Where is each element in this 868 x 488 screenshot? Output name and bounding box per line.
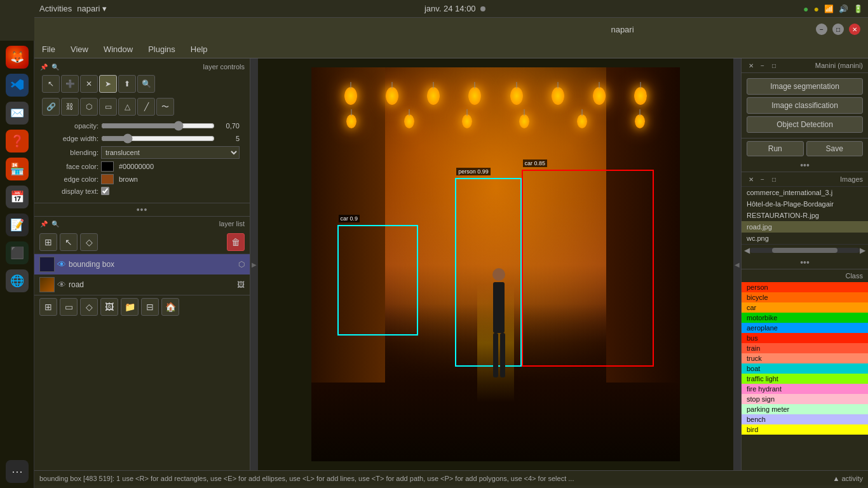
maximize-panel-icon[interactable]: □ — [770, 61, 778, 70]
pin-icon[interactable]: 📌 — [39, 62, 48, 71]
left-collapse-handle[interactable]: ▶ — [250, 58, 258, 470]
class-bird[interactable]: bird — [742, 424, 868, 435]
blending-select[interactable]: translucent additive opaque — [101, 146, 240, 159]
layer-tool-shapes[interactable]: ◇ — [80, 233, 98, 251]
menu-help[interactable]: Help — [188, 43, 210, 55]
notes-icon[interactable]: 📝 — [6, 214, 29, 236]
firefox-icon[interactable]: 🦊 — [6, 46, 29, 69]
menu-window[interactable]: Window — [101, 43, 135, 55]
tool-rect[interactable]: ▭ — [99, 98, 117, 116]
edge-width-slider[interactable] — [101, 133, 215, 144]
vscode-icon[interactable] — [6, 74, 29, 97]
tool-select[interactable]: ↖ — [42, 75, 60, 93]
face-color-swatch[interactable] — [101, 161, 114, 172]
close-images-icon[interactable]: ✕ — [747, 175, 756, 184]
class-dots[interactable]: ••• — [800, 257, 810, 268]
scroll-thumb[interactable] — [772, 248, 838, 253]
class-person[interactable]: person — [742, 282, 868, 292]
class-truck[interactable]: truck — [742, 353, 868, 363]
tool-remove[interactable]: ✕ — [80, 75, 98, 93]
activities-label[interactable]: Activities — [39, 4, 72, 13]
menu-plugins[interactable]: Plugins — [146, 43, 178, 55]
layer-search-icon[interactable]: 🔍 — [51, 219, 60, 228]
bottom-tool-grid2[interactable]: ⊟ — [141, 298, 159, 316]
email-icon[interactable]: ✉️ — [6, 102, 29, 125]
image-item-1[interactable]: Hôtel-de-la-Plage-Bordagair — [742, 198, 868, 210]
layer-eye-road[interactable]: 👁 — [57, 280, 66, 290]
image-classification-btn[interactable]: Image classification — [747, 97, 863, 114]
tool-add[interactable]: ➕ — [61, 75, 79, 93]
image-item-0[interactable]: commerce_international_3.j — [742, 187, 868, 198]
controls-dots[interactable]: ••• — [137, 205, 148, 215]
class-bicycle[interactable]: bicycle — [742, 292, 868, 302]
scroll-right-btn[interactable]: ▶ — [860, 246, 865, 255]
right-collapse-handle[interactable]: ◀ — [733, 58, 741, 470]
tool-chain[interactable]: ⛓ — [61, 98, 79, 116]
tool-link[interactable]: 🔗 — [42, 98, 60, 116]
class-fire-hydrant[interactable]: fire hydrant — [742, 384, 868, 394]
class-stop-sign[interactable]: stop sign — [742, 394, 868, 404]
class-boat[interactable]: boat — [742, 363, 868, 374]
minimize-button[interactable]: − — [816, 24, 827, 35]
min-images-icon[interactable]: − — [758, 175, 767, 184]
layer-eye-bounding-box[interactable]: 👁 — [57, 259, 66, 269]
canvas-area[interactable]: car 0.9 person 0.99 car 0.85 — [258, 58, 733, 470]
tool-arrow[interactable]: ➤ — [99, 75, 117, 93]
layer-item-road[interactable]: 👁 road 🖼 — [34, 274, 250, 295]
image-item-3[interactable]: road.jpg — [742, 221, 868, 233]
tool-polygon[interactable]: ⬡ — [80, 98, 98, 116]
scroll-track[interactable] — [750, 248, 860, 253]
bottom-tool-rect[interactable]: ▭ — [60, 298, 78, 316]
maximize-button[interactable]: □ — [832, 24, 844, 35]
max-images-icon[interactable]: □ — [770, 175, 778, 184]
class-traffic-light[interactable]: traffic light — [742, 374, 868, 384]
close-button[interactable]: ✕ — [849, 24, 860, 35]
help-icon[interactable]: ❓ — [6, 130, 29, 152]
image-item-2[interactable]: RESTAURATION-R.jpg — [742, 210, 868, 221]
class-bus[interactable]: bus — [742, 333, 868, 343]
display-text-checkbox[interactable] — [101, 187, 109, 195]
bottom-tool-folder[interactable]: 📁 — [121, 298, 139, 316]
activity-label[interactable]: ▲ activity — [832, 475, 863, 482]
class-aeroplane[interactable]: aeroplane — [742, 323, 868, 333]
tool-pointer[interactable]: ⬆ — [118, 75, 136, 93]
right-dots[interactable]: ••• — [800, 160, 810, 170]
tool-path[interactable]: 〜 — [156, 98, 174, 116]
search-icon[interactable]: 🔍 — [51, 62, 60, 71]
save-button[interactable]: Save — [806, 141, 864, 156]
class-car[interactable]: car — [742, 302, 868, 313]
class-train[interactable]: train — [742, 343, 868, 353]
class-parking-meter[interactable]: parking meter — [742, 404, 868, 414]
bottom-tool-home[interactable]: 🏠 — [161, 298, 179, 316]
app-indicator-name[interactable]: napari — [77, 4, 100, 13]
tool-line[interactable]: ╱ — [137, 98, 155, 116]
tool-triangle[interactable]: △ — [118, 98, 136, 116]
layer-add-icon[interactable]: 📌 — [39, 219, 48, 228]
menu-view[interactable]: View — [68, 43, 91, 55]
image-segmentation-btn[interactable]: Image segmentation — [747, 78, 863, 95]
image-item-4[interactable]: wc.png — [742, 233, 868, 244]
bottom-tool-grid[interactable]: ⊞ — [39, 298, 57, 316]
chrome-icon[interactable]: 🌐 — [6, 269, 29, 292]
object-detection-btn[interactable]: Object Detection — [747, 116, 863, 133]
bottom-tool-shapes[interactable]: ◇ — [80, 298, 98, 316]
layer-tool-delete[interactable]: 🗑 — [227, 233, 245, 251]
apps-icon[interactable]: ⋯ — [6, 460, 29, 483]
run-button[interactable]: Run — [747, 141, 804, 156]
layer-item-bounding-box[interactable]: 👁 bounding box ⬡ — [34, 254, 250, 274]
software-center-icon[interactable]: 🏪 — [6, 158, 29, 180]
layer-tool-select[interactable]: ↖ — [60, 233, 78, 251]
edge-color-swatch[interactable] — [101, 174, 114, 184]
tool-magnify[interactable]: 🔍 — [137, 75, 155, 93]
terminal-icon[interactable]: ⬛ — [6, 241, 29, 264]
scroll-left-btn[interactable]: ◀ — [744, 246, 750, 255]
minimize-panel-icon[interactable]: − — [758, 61, 767, 70]
class-motorbike[interactable]: motorbike — [742, 313, 868, 323]
bottom-tool-image[interactable]: 🖼 — [100, 298, 118, 316]
opacity-slider[interactable] — [101, 121, 215, 131]
close-panel-icon[interactable]: ✕ — [747, 61, 756, 70]
calendar-icon[interactable]: 📅 — [6, 186, 29, 208]
class-bench[interactable]: bench — [742, 414, 868, 424]
menu-file[interactable]: File — [39, 43, 58, 55]
layer-tool-grid[interactable]: ⊞ — [39, 233, 57, 251]
